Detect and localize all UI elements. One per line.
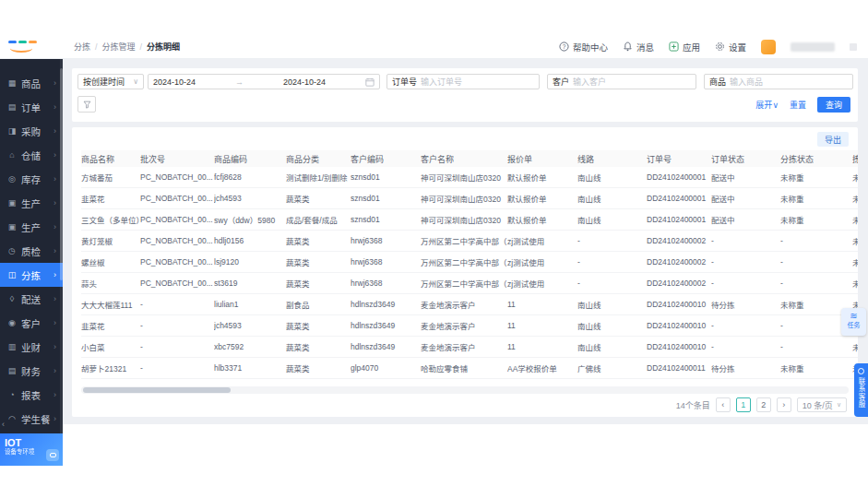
next-page-button[interactable]: › <box>777 397 791 412</box>
table-cell: 配送中 <box>711 193 780 204</box>
username-blurred <box>791 42 835 52</box>
page-button-1[interactable]: 1 <box>736 397 751 412</box>
task-center-widget[interactable]: ≋ 任务 <box>841 308 866 336</box>
breadcrumb-item-section[interactable]: 分拣管理 <box>102 41 136 53</box>
table-cell: 未称重 <box>780 193 852 204</box>
sidebar-item-orders[interactable]: ▤订单› <box>0 95 63 119</box>
customer-service-tab[interactable]: 联系客服 <box>854 363 868 417</box>
sidebar-item-delivery[interactable]: ◊配送› <box>0 287 63 311</box>
table-cell: - <box>140 321 214 330</box>
bell-icon <box>623 42 633 52</box>
chevron-right-icon: › <box>54 126 56 136</box>
order-no-label: 订单号 <box>392 76 417 88</box>
table-cell: DD24102400001 <box>647 215 711 224</box>
page-button-2[interactable]: 2 <box>756 397 771 412</box>
table-cell: 默认报价单 <box>507 214 577 225</box>
page-size-select[interactable]: 10 条/页 ∨ <box>797 397 847 412</box>
table-cell: 方城番茄 <box>81 172 140 183</box>
table-cell: 胡萝卜21321 <box>81 362 140 374</box>
filter-panel: 按创建时间 ∨ 2024-10-24 → 2024-10-24 订单号 输入订单… <box>72 68 858 122</box>
table-cell: - <box>711 236 780 245</box>
date-to-value[interactable]: 2024-10-24 <box>283 77 326 87</box>
purchase-icon: ◨ <box>6 126 18 136</box>
messages-button[interactable]: 消息 <box>623 41 654 53</box>
table-cell: 广佛线 <box>577 362 647 374</box>
avatar[interactable] <box>761 40 776 54</box>
prev-page-button[interactable]: ‹ <box>716 397 731 412</box>
orders-icon: ▤ <box>6 102 18 112</box>
chevron-right-icon: › <box>54 294 56 303</box>
topbar-actions: ? 帮助中心 消息 应用 设置 <box>559 40 868 54</box>
customer-input[interactable]: 客户 输入客户 <box>547 74 696 89</box>
sidebar-item-production-1[interactable]: ▣生产› <box>0 191 63 215</box>
column-header: 线路 <box>577 153 647 165</box>
table-cell: 蔬菜类 <box>286 341 351 352</box>
sidebar-item-finance[interactable]: ▤财务› <box>0 359 63 383</box>
header-more-icon[interactable] <box>850 43 857 51</box>
apps-button[interactable]: 应用 <box>669 41 700 53</box>
breadcrumb-item-module[interactable]: 分拣 <box>74 41 90 53</box>
table-cell: - <box>711 257 780 267</box>
sidebar-collapse-icon[interactable]: ‹ <box>2 420 5 429</box>
expand-label: 展开 <box>755 101 772 110</box>
order-no-input[interactable]: 订单号 输入订单号 <box>386 74 540 89</box>
product-input[interactable]: 商品 输入商品 <box>704 74 853 89</box>
settings-button[interactable]: 设置 <box>715 41 746 53</box>
calendar-icon[interactable] <box>365 77 375 87</box>
column-header: 批次号 <box>140 153 214 165</box>
table-cell: 未称重 <box>780 172 852 183</box>
sidebar-item-label: 业财 <box>21 340 41 354</box>
sidebar-item-student-meal[interactable]: ◠学生餐› <box>0 407 63 431</box>
goods-icon: ▦ <box>6 78 18 88</box>
table-cell: hrwj6368 <box>351 279 421 288</box>
table-cell: 神可可深圳南山店0320 <box>421 172 507 183</box>
table-cell: zj测试使用 <box>507 235 577 246</box>
table-cell: 南山线 <box>577 320 647 331</box>
iot-environment-badge[interactable]: IOT 设备专环境 <box>0 433 63 466</box>
table-cell: st3619 <box>214 279 286 288</box>
table-cell: 未拣货 <box>852 256 858 267</box>
table-cell: 成品/套餐/成品 <box>286 214 351 225</box>
table-cell: DD24102400011 <box>647 363 711 373</box>
sidebar-item-goods[interactable]: ▦商品› <box>0 71 63 95</box>
question-circle-icon: ? <box>559 42 569 52</box>
table-cell: zj测试使用 <box>507 256 577 267</box>
reset-button[interactable]: 重置 <box>790 99 806 111</box>
table-cell: 未拣货 <box>852 214 858 225</box>
column-header: 拣货状态 <box>852 153 858 165</box>
horizontal-scrollbar-thumb[interactable] <box>83 387 231 393</box>
sidebar-item-customers[interactable]: ◉客户› <box>0 311 63 335</box>
date-range-picker[interactable]: 2024-10-24 → 2024-10-24 <box>148 74 380 89</box>
export-button[interactable]: 导出 <box>817 132 849 147</box>
expand-toggle[interactable]: 展开∨ <box>755 99 779 111</box>
column-header: 商品编码 <box>214 153 286 165</box>
table-cell: - <box>780 236 852 245</box>
sidebar-item-quality[interactable]: ◷质检› <box>0 239 63 263</box>
search-button[interactable]: 查询 <box>817 97 850 113</box>
sidebar-item-production-2[interactable]: ▣生产› <box>0 215 63 239</box>
sidebar-item-business-finance[interactable]: ▥业财› <box>0 335 63 359</box>
table-cell: 副食品 <box>286 299 351 310</box>
column-header: 报价单 <box>507 153 577 165</box>
horizontal-scrollbar-track[interactable] <box>81 386 849 394</box>
logo-bar-orange <box>29 41 37 43</box>
sidebar-item-purchase[interactable]: ◨采购› <box>0 119 63 143</box>
help-center-button[interactable]: ? 帮助中心 <box>559 41 608 53</box>
sidebar-item-warehouse[interactable]: ⌂仓储› <box>0 143 63 167</box>
chevron-right-icon: › <box>54 318 56 327</box>
chevron-right-icon: › <box>54 150 56 160</box>
date-from-value[interactable]: 2024-10-24 <box>153 77 196 87</box>
sidebar-item-reports[interactable]: ◔报表› <box>0 383 63 407</box>
table-row: 螺丝椒PC_NOBATCH_00...lsj9120蔬菜类hrwj6368万州区… <box>81 252 858 273</box>
time-type-select[interactable]: 按创建时间 ∨ <box>77 74 144 89</box>
table-cell: hdlnszd3649 <box>351 321 421 330</box>
column-header: 分拣状态 <box>780 153 852 165</box>
chat-bubble-icon[interactable] <box>46 449 59 461</box>
customer-label: 客户 <box>553 76 569 88</box>
filter-funnel-button[interactable] <box>77 96 96 113</box>
sidebar-item-inventory[interactable]: ◎库存› <box>0 167 63 191</box>
help-center-label: 帮助中心 <box>573 41 608 53</box>
task-label: 任务 <box>848 322 861 328</box>
table-cell: sznsd01 <box>351 194 421 203</box>
sidebar-item-sorting[interactable]: ◫分拣› <box>0 263 63 287</box>
